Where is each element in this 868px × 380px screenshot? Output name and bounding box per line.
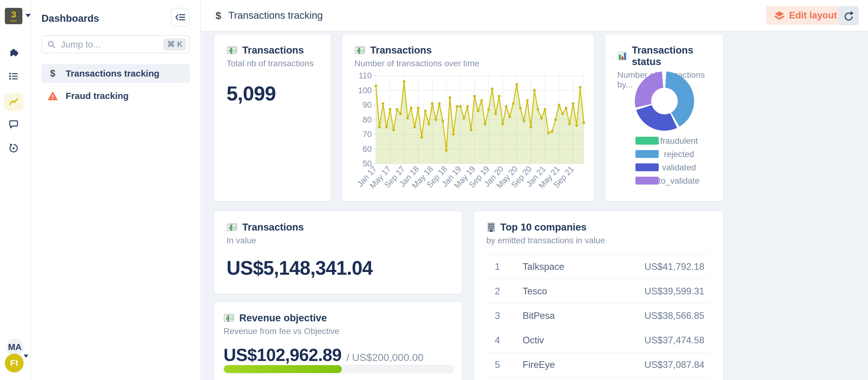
sidebar-item-fraud-tracking[interactable]: Fraud tracking — [41, 87, 190, 105]
revenue-progress-fill — [224, 365, 342, 373]
card-title: Transactions — [242, 45, 304, 56]
revenue-progress-bar — [223, 365, 453, 373]
rail-item-dashboards[interactable] — [4, 93, 24, 111]
sidebar-item-transactions-tracking[interactable]: $ Transactions tracking — [41, 64, 190, 83]
rail-item-activity[interactable] — [4, 140, 24, 157]
svg-text:€: € — [229, 226, 230, 230]
logo-text: 3 — [11, 10, 16, 19]
table-row: 4OctivUS$37,474.58 — [486, 328, 710, 353]
edit-layout-button[interactable]: Edit layout — [766, 6, 845, 25]
rank-cell: 2 — [486, 286, 512, 297]
sidebar-item-label: Transactions tracking — [66, 68, 159, 79]
legend-item[interactable]: rejected — [605, 147, 724, 160]
refresh-icon — [843, 10, 855, 22]
value-cell: US$39,599.31 — [645, 286, 710, 297]
list-icon — [8, 71, 19, 81]
svg-text:70: 70 — [363, 130, 372, 139]
icon-rail: 3 Bank — [0, 0, 31, 380]
sidebar-item-label: Fraud tracking — [66, 91, 128, 101]
table-row: 3BitPesaUS$38,566.85 — [486, 304, 710, 328]
company-cell: Octiv — [512, 335, 645, 346]
dashboard-grid: € Transactions Total nb of transactions … — [201, 31, 868, 380]
card-subtitle: by emitted transactions in value — [486, 236, 711, 245]
value-cell: US$38,566.85 — [645, 311, 710, 321]
collapse-icon — [175, 12, 186, 23]
legend-item[interactable]: fraudulent — [605, 134, 724, 147]
value-cell: US$37,474.58 — [645, 335, 710, 346]
warning-icon — [48, 91, 58, 101]
svg-text:€: € — [356, 49, 359, 53]
banknote-icon: € — [354, 46, 366, 55]
line-chart: 5060708090100110Jan 17May 17Sep 17Jan 18… — [348, 70, 590, 200]
search-icon — [47, 40, 56, 49]
history-icon — [8, 143, 19, 154]
panel-title: Dashboards — [41, 13, 99, 24]
card-title: Revenue objective — [239, 312, 327, 324]
layers-icon — [774, 10, 785, 20]
card-title: Top 10 companies — [500, 222, 586, 233]
card-subtitle: Revenue from fee vs Objective — [223, 326, 450, 336]
card-transactions-status: Transactions status Number of transactio… — [605, 34, 723, 201]
table-row: 2TescoUS$39,599.31 — [486, 279, 710, 304]
svg-text:90: 90 — [363, 100, 372, 110]
rank-cell: 4 — [486, 335, 512, 346]
edit-layout-label: Edit layout — [789, 10, 837, 21]
logo-subtext: Bank — [10, 20, 17, 22]
card-title: Transactions — [242, 222, 304, 233]
avatar-caret-down-icon[interactable] — [24, 355, 28, 358]
chart-icon — [8, 96, 19, 108]
dashboards-panel: Dashboards ⌘ K $ T — [31, 0, 200, 380]
rank-cell: 1 — [486, 261, 512, 272]
svg-text:€: € — [226, 317, 227, 320]
refresh-button[interactable] — [838, 6, 859, 25]
svg-text:60: 60 — [363, 145, 372, 154]
svg-text:110: 110 — [359, 71, 372, 80]
card-title: Transactions status — [632, 45, 711, 67]
table-row: 1TalkspaceUS$41,792.18 — [486, 255, 710, 279]
value-cell: US$41,792.18 — [645, 261, 710, 272]
collapse-sidebar-button[interactable] — [171, 8, 190, 27]
svg-text:80: 80 — [363, 115, 372, 124]
search-input[interactable] — [60, 39, 163, 50]
svg-text:€: € — [229, 49, 230, 53]
svg-text:100: 100 — [358, 86, 372, 95]
dollar-icon: $ — [213, 10, 223, 22]
legend-label: to_validate — [655, 176, 703, 186]
company-cell: BitPesa — [512, 311, 645, 321]
card-revenue-objective: € Revenue objective Revenue from fee vs … — [214, 302, 462, 380]
company-cell: FireEye — [512, 359, 645, 370]
banknote-icon: € — [226, 223, 238, 232]
chat-icon — [8, 119, 19, 129]
workspace-logo[interactable]: 3 Bank — [5, 8, 22, 24]
workspace-caret-down-icon[interactable] — [25, 14, 31, 17]
rail-item-integrations[interactable] — [4, 43, 24, 61]
building-icon — [486, 222, 496, 232]
metric-value: US$102,962.89 — [223, 345, 341, 365]
chart-legend: fraudulentrejectedvalidatedto_validate — [605, 134, 724, 187]
banknote-icon: € — [223, 313, 235, 323]
bar-chart-icon — [617, 51, 627, 61]
avatar-initials: MA — [8, 342, 22, 352]
legend-item[interactable]: to_validate — [605, 174, 724, 187]
card-title: Transactions — [370, 45, 432, 56]
rail-item-chat[interactable] — [4, 115, 24, 133]
main-area: $ Transactions tracking Edit layout — [201, 0, 868, 380]
donut-hole — [651, 88, 678, 114]
company-cell: Tesco — [512, 286, 645, 297]
jump-to-search[interactable]: ⌘ K — [41, 35, 190, 53]
card-transactions-total: € Transactions Total nb of transactions … — [214, 34, 331, 201]
legend-label: fraudulent — [655, 136, 703, 146]
rank-cell: 3 — [486, 311, 512, 321]
team-badge[interactable]: Ft — [5, 354, 24, 373]
card-transactions-over-time: € Transactions Number of transactions ov… — [342, 34, 594, 201]
card-subtitle: In value — [226, 236, 450, 245]
card-top-10-companies: Top 10 companies by emitted transactions… — [474, 211, 723, 380]
avatar[interactable]: MA — [6, 338, 24, 356]
top10-table: 1TalkspaceUS$41,792.182TescoUS$39,599.31… — [486, 255, 710, 377]
page-title: $ Transactions tracking — [213, 0, 323, 31]
metric-value: 5,099 — [226, 82, 331, 105]
objective-value: US$200,000.00 — [352, 352, 424, 363]
page-title-text: Transactions tracking — [228, 10, 323, 21]
legend-item[interactable]: validated — [605, 160, 724, 174]
rail-item-collections[interactable] — [4, 67, 24, 85]
